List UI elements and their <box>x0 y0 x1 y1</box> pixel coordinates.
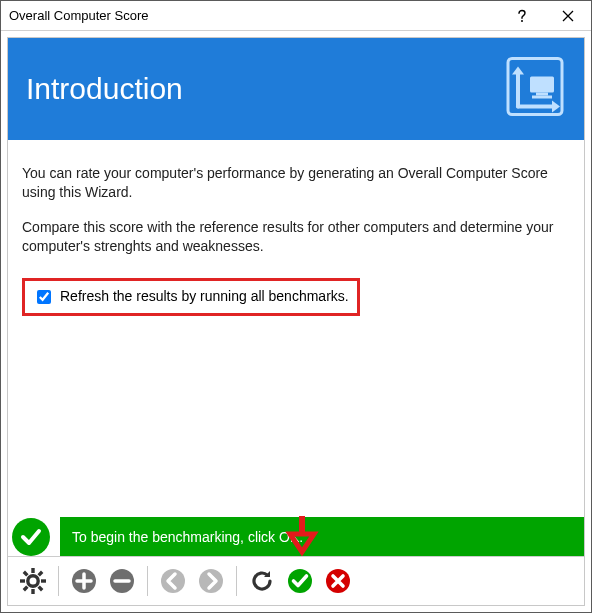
svg-point-5 <box>28 576 38 586</box>
x-circle-icon <box>324 567 352 595</box>
back-button[interactable] <box>156 564 190 598</box>
wizard-window: Overall Computer Score Introduction <box>0 0 592 613</box>
wizard-toolbar <box>8 557 584 605</box>
settings-button[interactable] <box>16 564 50 598</box>
zoom-in-button[interactable] <box>67 564 101 598</box>
toolbar-separator <box>147 566 148 596</box>
svg-point-0 <box>521 20 523 22</box>
minus-circle-icon <box>108 567 136 595</box>
arrow-right-circle-icon <box>197 567 225 595</box>
status-message: To begin the benchmarking, click OK. <box>60 517 584 556</box>
forward-button[interactable] <box>194 564 228 598</box>
gear-icon <box>19 567 47 595</box>
refresh-checkbox-label[interactable]: Refresh the results by running all bench… <box>60 287 349 306</box>
wizard-panel: Introduction You can rate your computer'… <box>7 37 585 606</box>
arrow-left-circle-icon <box>159 567 187 595</box>
toolbar-separator <box>58 566 59 596</box>
svg-point-17 <box>199 569 223 593</box>
wizard-body: You can rate your computer's performance… <box>8 140 584 517</box>
refresh-icon <box>248 567 276 595</box>
refresh-button[interactable] <box>245 564 279 598</box>
help-icon <box>515 9 529 23</box>
status-bar: To begin the benchmarking, click OK. <box>8 517 584 557</box>
check-circle-icon <box>286 567 314 595</box>
svg-rect-9 <box>41 579 46 582</box>
close-button[interactable] <box>545 1 591 31</box>
window-title: Overall Computer Score <box>1 8 499 23</box>
computer-score-icon <box>496 49 574 130</box>
help-button[interactable] <box>499 1 545 31</box>
zoom-out-button[interactable] <box>105 564 139 598</box>
close-icon <box>562 10 574 22</box>
status-strip: To begin the benchmarking, click OK. <box>8 517 584 556</box>
wizard-header: Introduction <box>8 38 584 140</box>
svg-rect-10 <box>37 571 43 577</box>
svg-rect-3 <box>536 93 548 96</box>
refresh-checkbox[interactable] <box>37 290 51 304</box>
svg-rect-6 <box>31 568 34 573</box>
status-check-icon <box>12 518 50 556</box>
intro-paragraph-2: Compare this score with the reference re… <box>22 218 570 256</box>
cancel-button[interactable] <box>321 564 355 598</box>
svg-rect-12 <box>23 571 29 577</box>
svg-rect-13 <box>37 585 43 591</box>
intro-paragraph-1: You can rate your computer's performance… <box>22 164 570 202</box>
refresh-checkbox-highlight: Refresh the results by running all bench… <box>22 278 360 316</box>
svg-rect-8 <box>20 579 25 582</box>
svg-rect-11 <box>23 585 29 591</box>
titlebar: Overall Computer Score <box>1 1 591 31</box>
toolbar-separator <box>236 566 237 596</box>
svg-rect-4 <box>532 96 552 99</box>
ok-button[interactable] <box>283 564 317 598</box>
page-title: Introduction <box>26 72 183 106</box>
svg-rect-2 <box>530 77 554 93</box>
svg-rect-7 <box>31 589 34 594</box>
plus-circle-icon <box>70 567 98 595</box>
svg-point-16 <box>161 569 185 593</box>
